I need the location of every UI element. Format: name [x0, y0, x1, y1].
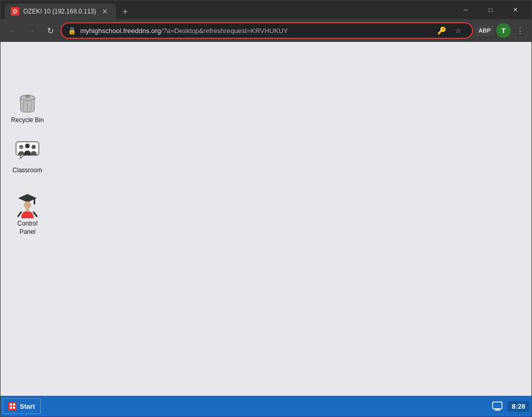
control-panel-label: Control Panel	[9, 220, 46, 236]
start-button[interactable]: Start	[3, 398, 41, 414]
monitor-icon[interactable]	[491, 400, 504, 412]
address-actions: 🔑 ☆	[435, 23, 466, 38]
abp-button[interactable]: ABP	[475, 25, 494, 36]
browser-window: O OZEKI 10 (192.168.0.113) ✕ + ─ □ ✕ ← →…	[0, 0, 532, 417]
active-tab[interactable]: O OZEKI 10 (192.168.0.113) ✕	[5, 4, 116, 19]
recycle-bin-icon[interactable]: Recycle Bin	[7, 87, 48, 127]
reload-button[interactable]: ↻	[42, 22, 58, 39]
window-controls: ─ □ ✕	[454, 1, 527, 19]
nav-right: ABP T ⋮	[475, 23, 527, 38]
tab-area: O OZEKI 10 (192.168.0.113) ✕ +	[5, 1, 454, 19]
nav-bar: ← → ↻ 🔒 myhighschool.freeddns.org/?a=Des…	[1, 19, 531, 42]
recycle-bin-label: Recycle Bin	[11, 116, 43, 125]
new-tab-button[interactable]: +	[118, 5, 132, 19]
forward-button[interactable]: →	[23, 22, 40, 39]
close-button[interactable]: ✕	[504, 1, 527, 19]
bookmark-button[interactable]: ☆	[451, 23, 466, 38]
key-icon-button[interactable]: 🔑	[435, 23, 449, 38]
classroom-label: Classroom	[12, 167, 42, 175]
tab-favicon: O	[11, 7, 19, 16]
svg-rect-21	[493, 402, 502, 409]
browser-menu-button[interactable]: ⋮	[513, 23, 527, 38]
maximize-button[interactable]: □	[479, 1, 503, 19]
start-icon	[8, 402, 17, 410]
page-content: Recycle Bin	[1, 42, 531, 396]
svg-rect-22	[495, 409, 499, 410]
start-label: Start	[20, 403, 35, 410]
title-bar: O OZEKI 10 (192.168.0.113) ✕ + ─ □ ✕	[1, 1, 531, 19]
svg-rect-2	[25, 96, 29, 98]
tab-title: OZEKI 10 (192.168.0.113)	[23, 8, 96, 15]
back-button[interactable]: ←	[5, 22, 21, 39]
svg-point-8	[25, 144, 30, 148]
svg-line-5	[31, 100, 32, 110]
svg-rect-19	[10, 407, 12, 409]
clock: 8:28	[508, 401, 529, 412]
address-bar[interactable]: 🔒 myhighschool.freeddns.org/?a=Desktop&r…	[61, 22, 473, 39]
svg-rect-17	[10, 404, 12, 406]
svg-rect-18	[13, 404, 15, 406]
lock-icon: 🔒	[68, 27, 76, 35]
taskbar: Start 8:28	[1, 396, 531, 416]
tab-close-button[interactable]: ✕	[100, 7, 110, 16]
url-text: myhighschool.freeddns.org/?a=Desktop&ref…	[80, 27, 431, 35]
svg-line-3	[23, 100, 24, 110]
svg-point-15	[24, 201, 31, 209]
user-avatar[interactable]: T	[496, 23, 511, 38]
taskbar-right: 8:28	[491, 400, 529, 412]
control-panel-image	[15, 193, 40, 218]
svg-rect-16	[26, 208, 29, 212]
svg-rect-23	[494, 410, 500, 411]
svg-point-9	[32, 145, 36, 149]
svg-point-14	[34, 202, 36, 204]
minimize-button[interactable]: ─	[454, 1, 478, 19]
classroom-icon[interactable]: Classroom	[7, 138, 48, 177]
control-panel-icon[interactable]: Control Panel	[7, 191, 48, 238]
svg-rect-20	[13, 407, 15, 409]
recycle-bin-image	[15, 90, 40, 114]
classroom-image	[15, 140, 40, 165]
